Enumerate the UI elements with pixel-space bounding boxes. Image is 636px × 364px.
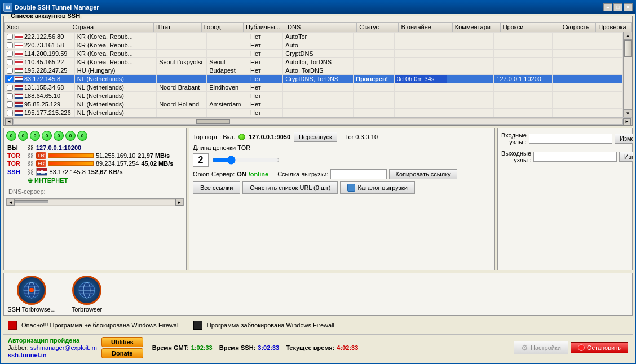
- row-checkbox[interactable]: [7, 93, 13, 99]
- site-link[interactable]: ssh-tunnel.in: [8, 352, 97, 358]
- table-row[interactable]: 220.73.161.58 KR (Korea, Repub... Нет Au…: [5, 41, 623, 50]
- jabber-link[interactable]: sshmanager@exploit.im: [30, 344, 97, 351]
- cell-state: Noord-Brabant: [157, 83, 207, 92]
- col-dns[interactable]: DNS: [285, 23, 357, 32]
- table-row[interactable]: 195.177.215.226 NL (Netherlands) Нет: [5, 109, 623, 117]
- status-scroll-left[interactable]: ◄: [7, 199, 15, 206]
- row-checkbox[interactable]: [7, 76, 13, 82]
- ssh-time: 3:02:33: [258, 344, 279, 351]
- col-city[interactable]: Город: [201, 23, 243, 32]
- cell-check: [588, 33, 622, 41]
- scroll-thumb[interactable]: [624, 40, 632, 57]
- cell-pub: Нет: [248, 58, 282, 66]
- h-scroll-right[interactable]: ►: [623, 118, 631, 125]
- scroll-up-btn[interactable]: ▲: [624, 32, 632, 40]
- row-checkbox[interactable]: [7, 85, 13, 91]
- cell-country: NL (Netherlands): [74, 100, 156, 109]
- utilities-button[interactable]: Utilities: [101, 337, 143, 347]
- stop-button[interactable]: Остановить: [571, 342, 628, 353]
- cell-proxy: [494, 41, 553, 50]
- torbrowser-label: Torbrowser: [72, 306, 102, 313]
- row-checkbox[interactable]: [7, 51, 13, 57]
- col-proxy[interactable]: Прокси: [500, 23, 560, 32]
- footer: Авторизация пройдена Jabber: sshmanager@…: [3, 334, 633, 361]
- table-row[interactable]: 95.85.25.129 NL (Netherlands) Noord-Holl…: [5, 100, 623, 109]
- change-entry-button[interactable]: Изменить: [615, 134, 633, 144]
- cell-pub: Нет: [248, 75, 282, 83]
- status-panel: 0 0 0 0 0 0 0 ВЫ ⛓ 127.0.0.1:10200: [3, 128, 187, 270]
- h-scroll-left[interactable]: ◄: [5, 118, 13, 125]
- cell-proxy: 127.0.0.1:10200: [494, 75, 553, 83]
- scroll-down-btn[interactable]: ▼: [624, 109, 632, 117]
- table-row[interactable]: 195.228.247.25 HU (Hungary) Budapest Нет…: [5, 66, 623, 75]
- cell-country: NL (Netherlands): [74, 83, 156, 92]
- col-online[interactable]: В онлайне: [399, 23, 452, 32]
- chain-slider[interactable]: [212, 156, 280, 165]
- utility-buttons: Utilities Donate: [101, 337, 143, 358]
- cell-proxy: [494, 66, 553, 75]
- row-checkbox[interactable]: [7, 34, 13, 40]
- h-scroll-thumb[interactable]: [196, 119, 230, 124]
- minimize-button[interactable]: –: [603, 3, 612, 11]
- donate-button[interactable]: Donate: [101, 348, 143, 358]
- copy-url-button[interactable]: Копировать ссылку: [389, 169, 457, 179]
- all-links-button[interactable]: Все ссылки: [193, 181, 240, 194]
- col-comment[interactable]: Комментари: [452, 23, 500, 32]
- tor-restart-button[interactable]: Перезапуск: [294, 132, 337, 142]
- catalog-button[interactable]: Каталог выгрузки: [340, 181, 414, 194]
- status-hscroll[interactable]: ◄ ►: [6, 198, 184, 206]
- row-checkbox[interactable]: [7, 42, 13, 48]
- cell-check: [588, 109, 622, 117]
- cell-state: [157, 92, 207, 100]
- cell-comment: [447, 92, 494, 100]
- tor2-ip: 89.234.157.254: [96, 160, 139, 167]
- close-button[interactable]: ✕: [624, 3, 633, 11]
- status-scroll-thumb[interactable]: [15, 200, 48, 203]
- exit-nodes-input[interactable]: [533, 152, 617, 162]
- maximize-button[interactable]: □: [613, 3, 622, 11]
- table-row[interactable]: 131.155.34.68 NL (Netherlands) Noord-Bra…: [5, 83, 623, 92]
- tor-label: TOR: [7, 152, 25, 159]
- col-country[interactable]: Страна: [70, 23, 153, 32]
- vertical-scrollbar[interactable]: ▲ ▼: [623, 32, 632, 117]
- chain-length-label: Длина цепочки TOR: [193, 144, 250, 151]
- dot-3: 0: [42, 131, 52, 141]
- row-checkbox[interactable]: [7, 68, 13, 74]
- torbrowser-app[interactable]: Torbrowser: [61, 276, 112, 313]
- table-row[interactable]: 110.45.165.22 KR (Korea, Repub... Seoul-…: [5, 58, 623, 66]
- row-checkbox[interactable]: [7, 59, 13, 65]
- tor1-bar: [48, 153, 94, 158]
- table-row[interactable]: 188.64.65.10 NL (Netherlands) Нет: [5, 92, 623, 100]
- ssh-torbrowser-app[interactable]: SSH Torbrowse...: [6, 276, 57, 313]
- cell-status: [353, 92, 394, 100]
- col-host[interactable]: Хост: [5, 23, 70, 32]
- row-checkbox[interactable]: [7, 101, 13, 108]
- col-pub[interactable]: Публичны...: [244, 23, 285, 32]
- col-check[interactable]: Проверка: [596, 23, 632, 32]
- settings-button[interactable]: ⚙ Настройки: [514, 341, 568, 354]
- cell-country: NL (Netherlands): [74, 92, 156, 100]
- tor2-row: TOR ⛓ FR 89.234.157.254 45,02 MB/s: [7, 160, 183, 167]
- cell-pub: Нет: [248, 66, 282, 75]
- app-icon: ⊞: [3, 3, 12, 12]
- status-scroll-right[interactable]: ►: [175, 199, 183, 206]
- ssh-torbrowser-label: SSH Torbrowse...: [7, 306, 55, 313]
- change-exit-button[interactable]: Изменить: [619, 152, 633, 162]
- table-row[interactable]: 114.200.199.59 KR (Korea, Repub... Нет C…: [5, 50, 623, 58]
- table-row[interactable]: 83.172.145.8 NL (Netherlands) Нет CryptD…: [5, 75, 623, 83]
- cell-pub: Нет: [248, 33, 282, 41]
- gmt-time-item: Время GMT: 1:02:33: [152, 344, 213, 351]
- clear-links-button[interactable]: Очистить список URL (0 шт): [242, 181, 338, 194]
- url-input[interactable]: [330, 169, 387, 179]
- table-row[interactable]: 222.122.56.80 KR (Korea, Repub... Нет Au…: [5, 33, 623, 41]
- vy-chain-icon: ⛓: [28, 144, 34, 151]
- col-speed[interactable]: Скорость: [560, 23, 596, 32]
- ssh-table-body: 222.122.56.80 KR (Korea, Repub... Нет Au…: [4, 32, 623, 117]
- row-checkbox[interactable]: [7, 110, 13, 116]
- current-time: 4:02:33: [337, 344, 358, 351]
- cell-online: [394, 58, 447, 66]
- col-state[interactable]: Штат: [154, 23, 202, 32]
- cell-comment: [447, 83, 494, 92]
- entry-nodes-input[interactable]: [529, 134, 612, 144]
- col-status[interactable]: Статус: [357, 23, 399, 32]
